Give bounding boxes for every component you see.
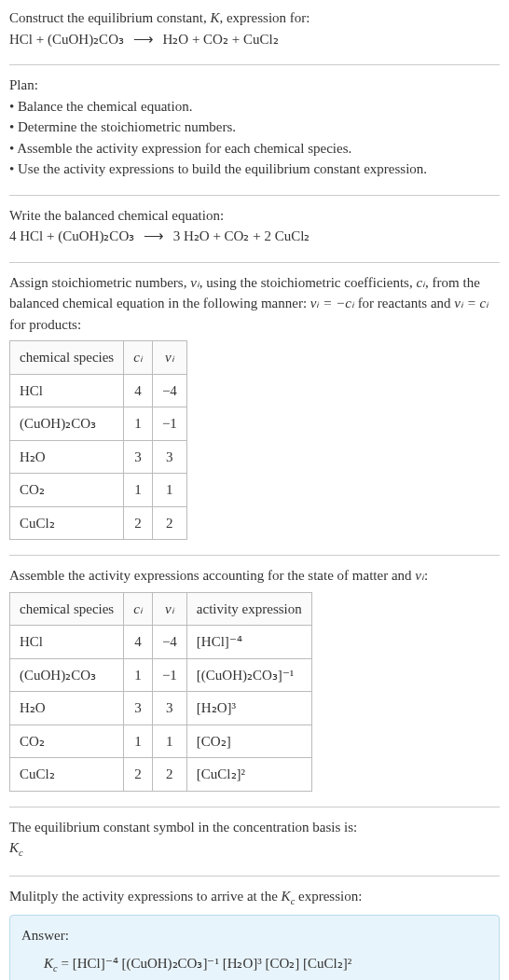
final-text: Mulitply the activity expressions to arr…: [9, 886, 500, 909]
intro-line1: Construct the equilibrium constant, K, e…: [9, 7, 500, 29]
kc-inline: Kc: [282, 889, 296, 904]
final-section: Mulitply the activity expressions to arr…: [9, 886, 500, 980]
cell-c: 4: [124, 626, 153, 659]
eq-lhs: HCl + (CuOH)₂CO₃: [9, 32, 124, 47]
table-header-row: chemical species cᵢ νᵢ activity expressi…: [10, 592, 312, 626]
stoich-post: for products:: [9, 317, 81, 332]
symbol-section: The equilibrium constant symbol in the c…: [9, 817, 500, 866]
intro-text-post: , expression for:: [219, 10, 310, 25]
final-post: expression:: [295, 889, 362, 904]
col-nu: νᵢ: [152, 592, 186, 626]
cell-c: 2: [124, 506, 153, 540]
cell-v: 3: [152, 440, 186, 474]
symbol-text: The equilibrium constant symbol in the c…: [9, 817, 500, 838]
cell-species: HCl: [10, 626, 124, 659]
cell-c: 1: [124, 474, 153, 507]
cell-v: −1: [152, 407, 186, 441]
unbalanced-equation: HCl + (CuOH)₂CO₃ ⟶ H₂O + CO₂ + CuCl₂: [9, 29, 500, 50]
plan-item: Assemble the activity expression for eac…: [9, 138, 500, 159]
cell-c: 1: [124, 658, 153, 692]
col-ci: cᵢ: [124, 592, 153, 626]
cell-species: CO₂: [10, 474, 124, 507]
plan-section: Plan: Balance the chemical equation. Det…: [9, 75, 500, 186]
cell-c: 2: [124, 758, 153, 792]
nu-symbol: νᵢ: [190, 275, 199, 290]
divider: [9, 807, 500, 807]
arrow-icon: ⟶: [133, 29, 154, 50]
cell-expr: [H₂O]³: [186, 692, 311, 725]
cell-c: 1: [124, 407, 153, 441]
ci-symbol: cᵢ: [416, 275, 425, 290]
table-row: CuCl₂ 2 2 [CuCl₂]²: [10, 758, 312, 792]
intro-text: Construct the equilibrium constant,: [9, 10, 210, 25]
divider: [9, 555, 500, 556]
nu-symbol: νᵢ: [415, 568, 424, 583]
divider: [9, 64, 500, 65]
plan-item: Use the activity expressions to build th…: [9, 159, 500, 180]
cell-v: 2: [152, 758, 186, 792]
cell-species: H₂O: [10, 692, 124, 725]
k-symbol: K: [210, 10, 219, 25]
cell-v: −4: [152, 626, 186, 659]
cell-c: 1: [124, 725, 153, 758]
cell-expr: [CO₂]: [186, 725, 311, 758]
table-row: H₂O 3 3 [H₂O]³: [10, 692, 312, 725]
divider: [9, 876, 500, 876]
rel2: νᵢ = cᵢ: [454, 296, 488, 311]
cell-v: −4: [152, 374, 186, 407]
rel1: νᵢ = −cᵢ: [310, 296, 354, 311]
stoich-text: Assign stoichiometric numbers, νᵢ, using…: [9, 272, 500, 336]
answer-box: Answer: Kc = [HCl]⁻⁴ [(CuOH)₂CO₃]⁻¹ [H₂O…: [9, 915, 500, 981]
cell-v: 3: [152, 692, 186, 725]
table-row: CuCl₂ 2 2: [10, 506, 187, 540]
cell-species: H₂O: [10, 440, 124, 474]
activity-table: chemical species cᵢ νᵢ activity expressi…: [9, 592, 312, 792]
table-row: CO₂ 1 1: [10, 474, 187, 507]
kc-symbol: Kc: [9, 837, 500, 861]
col-species: chemical species: [10, 592, 124, 626]
stoich-pre: Assign stoichiometric numbers,: [9, 275, 190, 290]
col-nu: νᵢ: [152, 341, 186, 375]
balanced-rhs: 3 H₂O + CO₂ + 2 CuCl₂: [173, 228, 310, 243]
plan-item: Determine the stoichiometric numbers.: [9, 117, 500, 138]
col-expr: activity expression: [186, 592, 311, 626]
cell-c: 4: [124, 374, 153, 407]
stoich-section: Assign stoichiometric numbers, νᵢ, using…: [9, 272, 500, 546]
final-pre: Mulitply the activity expressions to arr…: [9, 889, 282, 904]
cell-c: 3: [124, 440, 153, 474]
table-row: (CuOH)₂CO₃ 1 −1: [10, 407, 187, 441]
cell-expr: [(CuOH)₂CO₃]⁻¹: [186, 658, 311, 692]
table-row: H₂O 3 3: [10, 440, 187, 474]
cell-c: 3: [124, 692, 153, 725]
cell-species: HCl: [10, 374, 124, 407]
table-row: CO₂ 1 1 [CO₂]: [10, 725, 312, 758]
cell-species: (CuOH)₂CO₃: [10, 407, 124, 441]
cell-species: CuCl₂: [10, 506, 124, 540]
balanced-heading: Write the balanced chemical equation:: [9, 205, 500, 227]
plan-heading: Plan:: [9, 75, 500, 96]
kc-symbol: Kc: [44, 956, 58, 971]
eq-rhs: H₂O + CO₂ + CuCl₂: [162, 32, 278, 47]
divider: [9, 262, 500, 263]
cell-v: 2: [152, 506, 186, 540]
cell-v: 1: [152, 725, 186, 758]
answer-line1: Kc = [HCl]⁻⁴ [(CuOH)₂CO₃]⁻¹ [H₂O]³ [CO₂]…: [44, 953, 488, 976]
balanced-section: Write the balanced chemical equation: 4 …: [9, 205, 500, 253]
balanced-equation: 4 HCl + (CuOH)₂CO₃ ⟶ 3 H₂O + CO₂ + 2 CuC…: [9, 226, 500, 247]
plan-list: Balance the chemical equation. Determine…: [9, 96, 500, 180]
cell-v: 1: [152, 474, 186, 507]
cell-expr: [CuCl₂]²: [186, 758, 311, 792]
intro-section: Construct the equilibrium constant, K, e…: [9, 7, 500, 55]
answer-products: [HCl]⁻⁴ [(CuOH)₂CO₃]⁻¹ [H₂O]³ [CO₂] [CuC…: [73, 956, 352, 971]
cell-v: −1: [152, 658, 186, 692]
cell-expr: [HCl]⁻⁴: [186, 626, 311, 659]
answer-expression: Kc = [HCl]⁻⁴ [(CuOH)₂CO₃]⁻¹ [H₂O]³ [CO₂]…: [21, 953, 488, 980]
table-row: HCl 4 −4: [10, 374, 187, 407]
activity-section: Assemble the activity expressions accoun…: [9, 565, 500, 797]
plan-item: Balance the chemical equation.: [9, 96, 500, 117]
answer-label: Answer:: [21, 925, 488, 946]
cell-species: (CuOH)₂CO₃: [10, 658, 124, 692]
col-species: chemical species: [10, 341, 124, 375]
col-ci: cᵢ: [124, 341, 153, 375]
stoich-mid3: for reactants and: [354, 296, 454, 311]
